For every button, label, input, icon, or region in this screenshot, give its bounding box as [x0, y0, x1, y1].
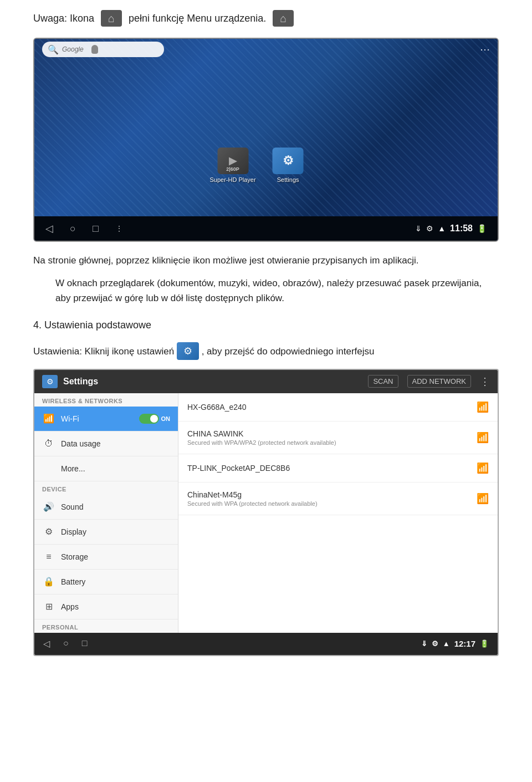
top-note: Uwaga: Ikona pełni funkcję Menu urządzen…	[0, 0, 532, 32]
battery-menu-icon: 🔒	[42, 575, 55, 588]
apps-label: Apps	[61, 602, 79, 611]
recents-icon[interactable]: □	[93, 223, 99, 235]
wifi-signal-icon: ▲	[438, 224, 446, 233]
apps-icon: ⊞	[42, 600, 55, 613]
android-time: 11:58	[450, 224, 473, 233]
wifi-network-china-sawink[interactable]: CHINA SAWINK Secured with WPA/WPA2 (prot…	[178, 422, 498, 454]
settings-title: Settings	[63, 377, 98, 387]
battery-label: Battery	[61, 577, 85, 586]
superhd-player-icon[interactable]: 2|60P Super-HD Player	[210, 148, 256, 183]
settings-bottom-usb-icon: ⇓	[421, 639, 427, 648]
display-label: Display	[61, 527, 86, 536]
home-device-icon-2	[273, 10, 294, 27]
wifi-network-chinanet[interactable]: ChinaNet-M45g Secured with WPA (protecte…	[178, 483, 498, 515]
settings-item-wifi[interactable]: 📶 Wi-Fi ON	[34, 407, 178, 431]
settings-bottom-bar: ◁ ○ □ ⇓ ⚙ ▲ 12:17 🔋	[34, 633, 498, 655]
settings-item-storage[interactable]: ≡ Storage	[34, 545, 178, 570]
settings-inline-icon	[177, 342, 199, 360]
wifi-network-chinanet-info: ChinaNet-M45g Secured with WPA (protecte…	[187, 490, 477, 507]
battery-icon: 🔋	[477, 224, 487, 233]
wifi-label: Wi-Fi	[61, 414, 79, 423]
section-4-heading: 4. Ustawienia podstawowe	[0, 314, 532, 336]
android-top-bar: 🔍 Google ⋯	[34, 39, 498, 60]
toggle-thumb	[150, 415, 158, 423]
google-search-bar[interactable]: 🔍 Google	[42, 42, 164, 57]
settings-home-icon[interactable]: ○	[63, 638, 69, 649]
wifi-icon: 📶	[42, 412, 55, 425]
settings-app-icon-bar: ⚙	[42, 375, 58, 388]
settings-bottom-time: 12:17	[454, 639, 475, 648]
settings-item-data-usage[interactable]: ⏱ Data usage	[34, 431, 178, 456]
body-text-1: Na stronie głównej, poprzez kliknięcie i…	[0, 253, 532, 268]
settings-app-icon[interactable]: Settings	[273, 148, 304, 183]
back-icon[interactable]: ◁	[45, 222, 53, 235]
wifi-sub-chinanet: Secured with WPA (protected network avai…	[187, 500, 477, 507]
settings-bottom-wifi-icon: ▲	[443, 639, 450, 648]
toggle-on-label: ON	[161, 415, 171, 422]
wifi-signal-chinanet: 📶	[477, 492, 489, 505]
more-icon	[42, 462, 55, 475]
top-note-prefix: Uwaga: Ikona	[33, 13, 94, 24]
wifi-name-sawink: CHINA SAWINK	[187, 429, 477, 438]
android-screen-mockup: 🔍 Google ⋯ 2|60P Super-HD Player Setting…	[33, 38, 499, 242]
settings-menu-icon[interactable]: ⋮	[480, 375, 490, 388]
add-network-button[interactable]: ADD NETWORK	[407, 375, 472, 388]
sound-icon: 🔊	[42, 500, 55, 514]
device-header: DEVICE	[34, 481, 178, 495]
menu-dots-icon[interactable]: ⋮	[115, 224, 123, 233]
settings-body: WIRELESS & NETWORKS 📶 Wi-Fi ON ⏱ Data us…	[34, 393, 498, 633]
storage-icon: ≡	[42, 550, 55, 563]
settings-bottom-nav: ◁ ○ □	[43, 638, 87, 649]
google-logo: Google	[62, 45, 84, 53]
mic-icon	[91, 45, 98, 54]
settings-intro-prefix: Ustawienia: Kliknij ikonę ustawień	[33, 346, 174, 357]
wifi-name-tplink: TP-LINK_PocketAP_DEC8B6	[187, 464, 477, 473]
settings-item-apps[interactable]: ⊞ Apps	[34, 595, 178, 619]
top-note-suffix: pełni funkcję Menu urządzenia.	[129, 13, 266, 24]
search-icon: 🔍	[48, 44, 59, 55]
wifi-signal-sawink: 📶	[477, 431, 489, 444]
android-status-icons: ⇓ ⚙ ▲ 11:58 🔋	[415, 224, 487, 233]
settings-intro-suffix: , aby przejść do odpowiedniego interfejs…	[202, 346, 375, 357]
wifi-network-hx[interactable]: HX-G668A_e240 📶	[178, 393, 498, 422]
wifi-name-hx: HX-G668A_e240	[187, 403, 477, 412]
wireless-networks-header: WIRELESS & NETWORKS	[34, 393, 178, 407]
settings-recents-icon[interactable]: □	[82, 638, 88, 649]
settings-item-battery[interactable]: 🔒 Battery	[34, 570, 178, 595]
settings-top-actions: SCAN ADD NETWORK ⋮	[368, 375, 490, 388]
wifi-network-sawink-info: CHINA SAWINK Secured with WPA/WPA2 (prot…	[187, 429, 477, 446]
settings-item-sound[interactable]: 🔊 Sound	[34, 495, 178, 520]
settings-bottom-gear-icon: ⚙	[432, 639, 438, 648]
wifi-signal-hx: 📶	[477, 401, 489, 413]
storage-label: Storage	[61, 552, 88, 561]
more-label: More...	[61, 464, 85, 473]
settings-right-panel: HX-G668A_e240 📶 CHINA SAWINK Secured wit…	[178, 393, 498, 633]
wifi-toggle[interactable]: ON	[139, 414, 171, 424]
wifi-name-chinanet: ChinaNet-M45g	[187, 490, 477, 499]
desktop-icons: 2|60P Super-HD Player Settings	[210, 148, 304, 183]
personal-header: PERSONAL	[34, 619, 178, 633]
apps-grid-icon[interactable]: ⋯	[480, 43, 490, 55]
wifi-network-tplink[interactable]: TP-LINK_PocketAP_DEC8B6 📶	[178, 454, 498, 483]
display-icon: ⚙	[42, 525, 55, 539]
android-nav-icons: ◁ ○ □ ⋮	[45, 222, 123, 235]
wifi-signal-tplink: 📶	[477, 462, 489, 474]
wifi-sub-sawink: Secured with WPA/WPA2 (protected network…	[187, 439, 477, 446]
settings-item-more[interactable]: More...	[34, 456, 178, 481]
settings-item-display[interactable]: ⚙ Display	[34, 520, 178, 545]
settings-left-panel: WIRELESS & NETWORKS 📶 Wi-Fi ON ⏱ Data us…	[34, 393, 178, 633]
superhd-label: Super-HD Player	[210, 176, 256, 183]
settings-back-icon[interactable]: ◁	[43, 638, 50, 649]
home-device-icon	[101, 10, 122, 27]
home-icon[interactable]: ○	[70, 223, 76, 235]
body-text-2: W oknach przeglądarek (dokumentów, muzyk…	[22, 276, 532, 306]
android-desktop: 🔍 Google ⋯ 2|60P Super-HD Player Setting…	[34, 39, 498, 216]
settings-bottom-battery-icon: 🔋	[480, 639, 489, 648]
settings-gear-icon: ⚙	[426, 224, 433, 233]
scan-button[interactable]: SCAN	[368, 375, 398, 388]
player-icon-img: 2|60P	[217, 148, 248, 174]
data-usage-icon: ⏱	[42, 437, 55, 450]
toggle-track	[139, 414, 159, 424]
wifi-network-hx-info: HX-G668A_e240	[187, 403, 477, 412]
data-usage-label: Data usage	[61, 439, 101, 448]
